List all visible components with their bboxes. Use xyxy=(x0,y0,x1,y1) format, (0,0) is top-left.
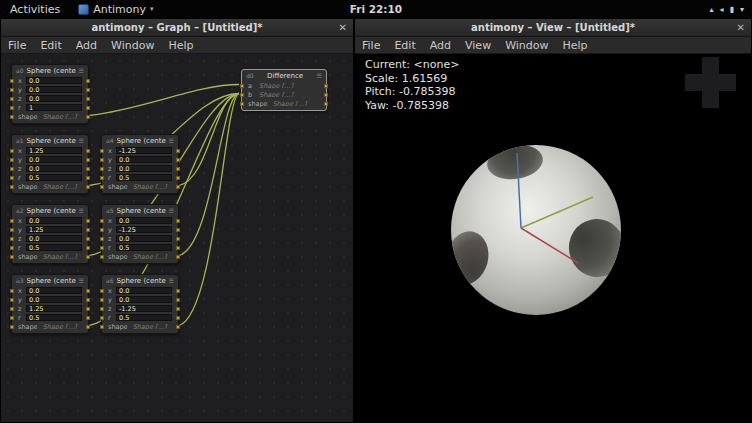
field-value[interactable]: 0.5 xyxy=(26,244,82,251)
input-port[interactable] xyxy=(100,149,104,153)
wire-a4-to-d0[interactable] xyxy=(179,94,239,186)
input-port[interactable] xyxy=(100,228,104,232)
input-port[interactable] xyxy=(10,167,14,171)
view-nav-pad[interactable] xyxy=(685,57,736,108)
output-port[interactable] xyxy=(86,289,90,293)
graph-node-a6[interactable]: a6Sphere (center)☰x0.0y0.0z-1.25r0.5shap… xyxy=(101,274,179,334)
wire-a5-to-d0[interactable] xyxy=(179,94,239,256)
output-port[interactable] xyxy=(86,149,90,153)
activities-button[interactable]: Activities xyxy=(0,0,70,18)
node-menu-icon[interactable]: ☰ xyxy=(169,207,174,214)
graph-node-a2[interactable]: a2Sphere (center)☰x0.0y1.25z0.0r0.5shape… xyxy=(11,204,89,264)
field-value[interactable]: 0.0 xyxy=(116,235,172,242)
field-value[interactable]: 0.0 xyxy=(26,86,82,93)
system-status-area[interactable]: ▴ ◂ ▮ ▾ xyxy=(710,5,752,14)
graph-window-titlebar[interactable]: antimony – Graph – [Untitled]* ✕ xyxy=(1,19,353,37)
output-port[interactable] xyxy=(86,185,90,189)
field-value[interactable]: 0.5 xyxy=(116,314,172,321)
node-menu-icon[interactable]: ☰ xyxy=(169,137,174,144)
app-menu-button[interactable]: Antimony ▾ xyxy=(70,0,161,18)
output-port[interactable] xyxy=(86,246,90,250)
node-menu-icon[interactable]: ☰ xyxy=(79,137,84,144)
output-port[interactable] xyxy=(86,316,90,320)
output-port[interactable] xyxy=(176,158,180,162)
field-value[interactable]: 0.0 xyxy=(116,165,172,172)
menu-help[interactable]: Help xyxy=(556,39,595,52)
output-port[interactable] xyxy=(86,79,90,83)
field-value[interactable]: 1.25 xyxy=(26,305,82,312)
output-port[interactable] xyxy=(324,102,328,106)
output-port[interactable] xyxy=(86,167,90,171)
menu-help[interactable]: Help xyxy=(161,39,200,52)
output-port[interactable] xyxy=(176,167,180,171)
graph-node-a5[interactable]: a5Sphere (center)☰x0.0y-1.25z0.0r0.5shap… xyxy=(101,204,179,264)
field-value[interactable]: 0.0 xyxy=(26,217,82,224)
input-port[interactable] xyxy=(100,219,104,223)
menu-view[interactable]: View xyxy=(458,39,498,52)
field-value[interactable]: 0.0 xyxy=(26,296,82,303)
input-port[interactable] xyxy=(10,228,14,232)
input-port[interactable] xyxy=(10,115,14,119)
graph-node-a1[interactable]: a1Sphere (center)☰x1.25y0.0z0.0r0.5shape… xyxy=(11,134,89,194)
input-port[interactable] xyxy=(100,289,104,293)
input-port[interactable] xyxy=(10,298,14,302)
output-port[interactable] xyxy=(176,325,180,329)
field-value[interactable]: 0.0 xyxy=(26,235,82,242)
menu-window[interactable]: Window xyxy=(498,39,555,52)
output-port[interactable] xyxy=(176,149,180,153)
output-port[interactable] xyxy=(86,298,90,302)
node-menu-icon[interactable]: ☰ xyxy=(79,207,84,214)
input-port[interactable] xyxy=(10,88,14,92)
output-port[interactable] xyxy=(324,84,328,88)
nav-cell-left[interactable] xyxy=(685,74,702,91)
nav-cell-center[interactable] xyxy=(702,74,719,91)
field-value[interactable]: 0.5 xyxy=(26,174,82,181)
output-port[interactable] xyxy=(86,106,90,110)
input-port[interactable] xyxy=(10,149,14,153)
input-port[interactable] xyxy=(100,176,104,180)
input-port[interactable] xyxy=(240,102,244,106)
field-value[interactable]: 0.0 xyxy=(26,165,82,172)
output-port[interactable] xyxy=(86,115,90,119)
field-value[interactable]: 0.0 xyxy=(26,287,82,294)
input-port[interactable] xyxy=(10,79,14,83)
wire-a6-to-d0[interactable] xyxy=(179,94,239,326)
input-port[interactable] xyxy=(100,237,104,241)
menu-add[interactable]: Add xyxy=(69,39,104,52)
input-port[interactable] xyxy=(10,219,14,223)
menu-file[interactable]: File xyxy=(1,39,33,52)
input-port[interactable] xyxy=(240,84,244,88)
input-port[interactable] xyxy=(10,325,14,329)
input-port[interactable] xyxy=(100,298,104,302)
output-port[interactable] xyxy=(86,325,90,329)
output-port[interactable] xyxy=(176,246,180,250)
close-icon[interactable]: ✕ xyxy=(339,19,347,36)
field-value[interactable]: 0.5 xyxy=(116,244,172,251)
output-port[interactable] xyxy=(176,255,180,259)
nav-cell-down[interactable] xyxy=(702,91,719,108)
field-value[interactable]: 1.25 xyxy=(26,226,82,233)
output-port[interactable] xyxy=(176,185,180,189)
field-value[interactable]: 0.5 xyxy=(26,314,82,321)
output-port[interactable] xyxy=(176,298,180,302)
input-port[interactable] xyxy=(100,307,104,311)
output-port[interactable] xyxy=(86,88,90,92)
graph-node-a3[interactable]: a3Sphere (center)☰x0.0y0.0z1.25r0.5shape… xyxy=(11,274,89,334)
output-port[interactable] xyxy=(86,176,90,180)
output-port[interactable] xyxy=(324,93,328,97)
wire-a0-to-d0[interactable] xyxy=(89,85,239,116)
clock[interactable]: Fri 22:10 xyxy=(350,3,402,15)
node-menu-icon[interactable]: ☰ xyxy=(317,72,322,79)
graph-node-a0[interactable]: a0Sphere (center)☰x0.0y0.0z0.0r1shapeSha… xyxy=(11,64,89,124)
output-port[interactable] xyxy=(86,219,90,223)
input-port[interactable] xyxy=(10,158,14,162)
field-value[interactable]: 0.0 xyxy=(116,156,172,163)
output-port[interactable] xyxy=(86,97,90,101)
input-port[interactable] xyxy=(100,246,104,250)
view-window-titlebar[interactable]: antimony – View – [Untitled]* ✕ xyxy=(355,19,751,37)
node-menu-icon[interactable]: ☰ xyxy=(79,67,84,74)
menu-add[interactable]: Add xyxy=(423,39,458,52)
output-port[interactable] xyxy=(176,289,180,293)
menu-edit[interactable]: Edit xyxy=(387,39,422,52)
output-port[interactable] xyxy=(176,307,180,311)
